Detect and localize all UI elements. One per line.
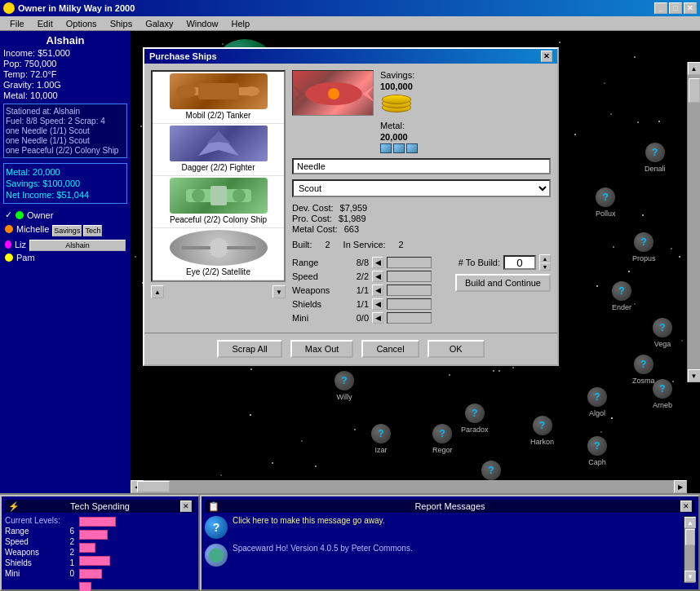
dialog-close-button[interactable]: ✕: [541, 51, 552, 62]
ship-item-scout[interactable]: Needle (1/1) Scout: [153, 280, 284, 282]
ship-name-input[interactable]: [292, 158, 551, 174]
ship-item-fighter[interactable]: Dagger (2/2) Fighter: [153, 124, 284, 176]
svg-point-8: [233, 189, 246, 202]
shields-left-arrow[interactable]: ◀: [372, 298, 383, 310]
maximize-button[interactable]: □: [669, 2, 682, 14]
tech-title-bar: ⚡ Tech Spending ✕: [5, 500, 195, 513]
dev-cost-label: Dev. Cost:: [292, 203, 334, 213]
build-increment[interactable]: ▲: [539, 254, 551, 262]
menu-help[interactable]: Help: [225, 16, 257, 30]
build-continue-button[interactable]: Build and Continue: [455, 274, 551, 292]
ship-item-tanker[interactable]: Mobil (2/2) Tanker: [153, 72, 284, 124]
max-out-button[interactable]: Max Out: [290, 340, 354, 358]
dev-cost-row: Dev. Cost: $7,959: [292, 203, 551, 213]
metal-cubes: [380, 143, 429, 153]
ship-item-colony[interactable]: Peaceful (2/2) Colony Ship: [153, 176, 284, 228]
main-layout: Alshain Income: $51,000 Pop: 750,000 Tem…: [0, 31, 700, 493]
ship-item-satellite[interactable]: Eye (2/2) Satellite: [153, 228, 284, 280]
metal-dialog-value: 20,000: [380, 132, 429, 142]
speed-left-arrow[interactable]: ◀: [372, 271, 383, 282]
menu-file[interactable]: File: [3, 16, 31, 30]
report-scroll-thumb[interactable]: [685, 529, 695, 545]
build-count-input[interactable]: [503, 255, 536, 270]
weapons-value: 1/1: [344, 285, 369, 295]
mini-label: Mini: [292, 313, 341, 323]
svg-rect-3: [198, 83, 239, 99]
report-msg-text-0: Click here to make this message go away.: [233, 516, 385, 525]
mini-slider[interactable]: [387, 312, 432, 324]
svg-point-7: [192, 189, 205, 202]
range-row: Range 8/8 ◀: [292, 257, 449, 268]
built-value: 2: [325, 240, 330, 249]
tanker-img: [170, 73, 268, 109]
built-label: Built:: [292, 240, 312, 249]
speed-slider[interactable]: [387, 271, 432, 282]
svg-marker-19: [362, 86, 374, 102]
savings-label: Savings:: [380, 70, 429, 80]
speed-bar: [79, 556, 110, 566]
mini-left-arrow[interactable]: ◀: [372, 312, 383, 324]
radical-bar-row: [79, 581, 195, 591]
radical-bar: [79, 582, 91, 591]
report-icon-title: 📋: [208, 501, 219, 512]
report-close-button[interactable]: ✕: [680, 501, 692, 512]
num-to-build-label: # To Build:: [459, 258, 500, 267]
tech-panel: ⚡ Tech Spending ✕ Current Levels: Range …: [0, 495, 200, 591]
hscroll-thumb[interactable]: [137, 481, 170, 492]
report-scroll-down[interactable]: ▼: [684, 571, 696, 582]
shields-label: Shields: [292, 299, 341, 309]
dialog-footer: Scrap All Max Out Cancel OK: [144, 333, 557, 364]
stats-section: Range 8/8 ◀ Speed 2/2 ◀: [292, 254, 551, 326]
tech-shields-val: 1: [69, 558, 74, 567]
hscroll-right-button[interactable]: ▶: [674, 480, 687, 493]
range-bar: [79, 517, 116, 527]
tech-speed-name: Speed: [5, 537, 29, 546]
tanker-label: Mobil (2/2) Tanker: [154, 109, 282, 121]
menu-galaxy[interactable]: Galaxy: [139, 16, 179, 30]
menu-ships[interactable]: Ships: [104, 16, 140, 30]
shields-slider[interactable]: [387, 298, 432, 310]
shields-bar: [79, 569, 102, 579]
tech-levels: Current Levels: Range 6 Speed 2 Weapons …: [5, 516, 74, 591]
list-scroll-up[interactable]: ▲: [151, 285, 164, 298]
ship-type-select[interactable]: Scout Fighter Tanker Colony Ship Satelli…: [292, 179, 551, 197]
fighter-label: Dagger (2/2) Fighter: [154, 161, 282, 174]
close-button[interactable]: ✕: [684, 2, 697, 14]
ship-list[interactable]: Mobil (2/2) Tanker Dagger (2/2) Fighter: [151, 70, 286, 282]
weapons-label: Weapons: [292, 285, 341, 295]
tech-range-row: Range 6: [5, 527, 74, 536]
build-decrement[interactable]: ▼: [539, 262, 551, 271]
range-left-arrow[interactable]: ◀: [372, 257, 383, 268]
report-message-0[interactable]: ? Click here to make this message go awa…: [205, 516, 680, 539]
purchase-ships-dialog: Purchase Ships ✕ Mobil (2/2) Tanker: [143, 47, 559, 366]
report-message-1[interactable]: Spaceward Ho! Version 4.0.5 by Peter Com…: [205, 544, 680, 567]
speed-bar-row: [79, 555, 195, 567]
menu-edit[interactable]: Edit: [31, 16, 60, 30]
tech-close-button[interactable]: ✕: [180, 501, 192, 512]
report-panel: 📋 Report Messages ✕ ? Click here to make…: [200, 495, 700, 591]
pro-cost-value: $1,989: [339, 214, 366, 223]
weapons-slider[interactable]: [387, 284, 432, 296]
costs-section: Dev. Cost: $7,959 Pro. Cost: $1,989 Meta…: [292, 202, 551, 235]
range-slider[interactable]: [387, 257, 432, 268]
ok-button[interactable]: OK: [428, 340, 485, 358]
menu-options[interactable]: Options: [60, 16, 104, 30]
metal-cost-label: Metal Cost:: [292, 224, 338, 234]
report-scroll-up[interactable]: ▲: [684, 517, 696, 528]
svg-rect-12: [227, 246, 255, 249]
report-title: Report Messages: [414, 501, 485, 511]
report-body: ? Click here to make this message go awa…: [205, 516, 695, 583]
weapons-bar-row: [79, 529, 195, 540]
minimize-button[interactable]: _: [654, 2, 667, 14]
savings-section: Savings: 100,000 Metal: 20,000: [380, 70, 429, 153]
scrap-all-button[interactable]: Scrap All: [217, 340, 281, 358]
cancel-button[interactable]: Cancel: [361, 340, 419, 358]
dialog-body: Mobil (2/2) Tanker Dagger (2/2) Fighter: [144, 64, 557, 333]
shields-row: Shields 1/1 ◀: [292, 298, 449, 310]
weapons-left-arrow[interactable]: ◀: [372, 284, 383, 296]
list-scroll-down[interactable]: ▼: [272, 285, 286, 298]
ship-list-container: Mobil (2/2) Tanker Dagger (2/2) Fighter: [151, 70, 286, 326]
menu-window[interactable]: Window: [179, 16, 224, 30]
preview-image: [292, 70, 374, 116]
range-bar-row: [79, 516, 195, 527]
